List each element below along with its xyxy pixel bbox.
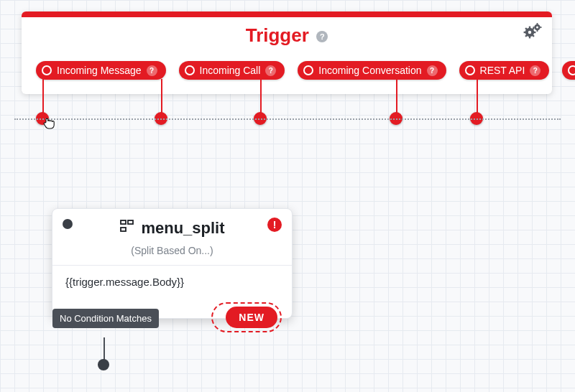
port-ring-icon [42,65,52,75]
pill-incoming-call[interactable]: Incoming Call ? [179,61,285,80]
no-condition-matches-output[interactable]: No Condition Matches [52,309,159,328]
svg-rect-5 [533,32,535,33]
trigger-widget[interactable]: Trigger ? [22,11,552,94]
add-condition-button[interactable]: NEW [226,307,277,328]
settings-gear-icon[interactable] [523,23,542,42]
connector-line [260,79,262,115]
svg-point-1 [528,31,531,34]
help-icon[interactable]: ? [427,65,438,76]
pill-label: REST API [480,65,525,76]
output-port[interactable] [98,359,109,370]
pill-rest-api[interactable]: REST API ? [459,61,550,80]
pill-incoming-message[interactable]: Incoming Message ? [36,61,166,80]
svg-rect-18 [121,228,126,231]
connector-line [161,79,162,115]
svg-rect-17 [128,220,133,224]
drag-handle-icon[interactable] [63,219,73,229]
pill-incoming-conversation[interactable]: Incoming Conversation ? [298,61,446,80]
help-icon[interactable]: ? [530,65,540,76]
help-icon[interactable]: ? [147,65,157,76]
connector-line [42,79,44,115]
split-icon [119,219,135,238]
help-icon[interactable]: ? [265,65,276,76]
pill-label: Incoming Conversation [318,65,421,76]
help-icon[interactable]: ? [316,31,328,42]
svg-rect-3 [529,36,530,38]
flow-canvas[interactable]: Trigger ? [0,0,575,392]
trigger-title: Trigger [246,24,309,47]
connector-line [477,79,478,115]
split-widget[interactable]: ! menu_split (Split Based On...) {{trigg… [52,208,293,319]
svg-rect-4 [524,32,526,33]
svg-rect-16 [121,220,126,224]
split-name: menu_split [141,219,224,238]
trigger-outputs: Incoming Message ? Incoming Call ? Incom… [22,51,552,94]
warning-icon[interactable]: ! [267,218,282,232]
svg-rect-12 [537,23,538,24]
port-ring-icon [568,65,575,75]
connector-line [396,79,397,115]
trigger-top-bar [22,11,552,17]
port-ring-icon [303,65,313,75]
connector-line [104,337,105,360]
svg-rect-2 [529,27,530,29]
port-ring-icon [465,65,475,75]
svg-point-11 [536,27,538,29]
svg-rect-13 [537,30,538,32]
guide-line [14,118,561,120]
pill-label: Incoming Call [200,65,261,76]
svg-rect-14 [533,27,535,28]
pill-label: Incoming Message [57,65,142,76]
port-ring-icon [185,65,195,75]
pill-subflow[interactable]: Subflow ? [562,61,575,80]
svg-rect-15 [540,27,541,28]
split-subtitle: (Split Based On...) [52,245,292,256]
